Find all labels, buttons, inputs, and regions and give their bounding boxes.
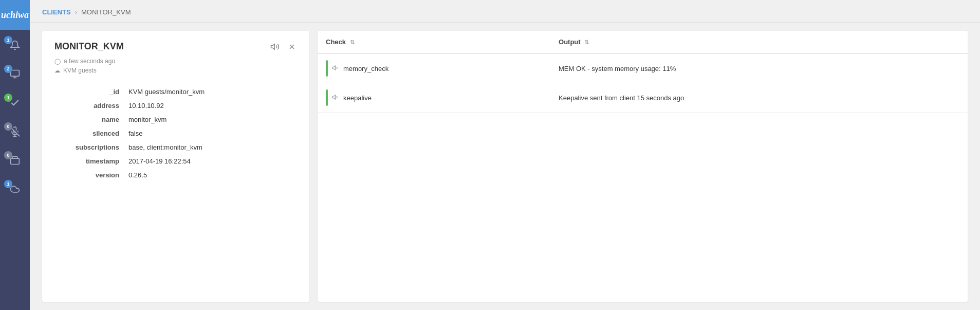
table-row: version 0.26.5 xyxy=(56,169,296,181)
datacenters-badge: 1 xyxy=(4,180,12,188)
sidebar-item-events[interactable]: 0 xyxy=(0,147,30,176)
breadcrumb-separator: › xyxy=(75,8,77,16)
field-label: address xyxy=(56,99,127,112)
check-output: MEM OK - system memory usage: 11% xyxy=(550,53,968,83)
topbar: CLIENTS › MONITOR_KVM xyxy=(30,0,980,23)
content-area: MONITOR_KVM xyxy=(30,23,980,310)
silenced-badge: 0 xyxy=(4,122,12,131)
field-value: 2017-04-19 16:22:54 xyxy=(128,155,296,168)
field-value: KVM guests/monitor_kvm xyxy=(128,85,296,98)
app-logo[interactable]: uchiwa xyxy=(0,0,30,30)
check-sound-icon xyxy=(332,94,339,102)
alerts-badge: 1 xyxy=(4,36,12,44)
table-row: timestamp 2017-04-19 16:22:54 xyxy=(56,155,296,168)
breadcrumb-current: MONITOR_KVM xyxy=(81,8,131,16)
field-value: 10.10.10.92 xyxy=(128,99,296,112)
check-sound-icon xyxy=(332,64,339,73)
close-button[interactable] xyxy=(287,42,297,54)
check-name: keepalive xyxy=(343,94,372,102)
checks-badge: 1 xyxy=(4,94,12,102)
field-label: silenced xyxy=(56,127,127,140)
field-value: monitor_kvm xyxy=(128,113,296,126)
check-name: memory_check xyxy=(343,65,389,72)
client-fields-table: _id KVM guests/monitor_kvm address 10.10… xyxy=(54,84,297,183)
field-label: timestamp xyxy=(56,155,127,168)
client-time: ◯ a few seconds ago xyxy=(54,58,297,65)
table-row: _id KVM guests/monitor_kvm xyxy=(56,85,296,98)
client-time-text: a few seconds ago xyxy=(64,58,115,65)
sound-button[interactable] xyxy=(269,41,281,54)
field-label: subscriptions xyxy=(56,141,127,154)
client-card: MONITOR_KVM xyxy=(42,31,309,302)
client-title: MONITOR_KVM xyxy=(54,41,124,52)
svg-marker-8 xyxy=(332,65,335,69)
field-value: base, client:monitor_kvm xyxy=(128,141,296,154)
svg-rect-4 xyxy=(11,158,20,164)
events-badge: 0 xyxy=(4,151,12,159)
sidebar-item-alerts[interactable]: 1 xyxy=(0,32,30,61)
sidebar-item-datacenters[interactable]: 1 xyxy=(0,176,30,205)
main-content: CLIENTS › MONITOR_KVM MONITOR_KVM xyxy=(30,0,980,310)
table-row: silenced false xyxy=(56,127,296,140)
table-row: name monitor_kvm xyxy=(56,113,296,126)
table-row: address 10.10.10.92 xyxy=(56,99,296,112)
status-indicator xyxy=(326,60,328,77)
svg-marker-9 xyxy=(332,95,335,99)
field-value: false xyxy=(128,127,296,140)
checks-table: Check ⇅ Output ⇅ xyxy=(318,31,968,113)
sidebar: uchiwa 1 2 1 0 xyxy=(0,0,30,310)
output-sort-icon: ⇅ xyxy=(584,39,589,45)
logo-text: uchiwa xyxy=(1,10,29,21)
clients-badge: 2 xyxy=(4,65,12,73)
check-cell: keepalive xyxy=(318,83,550,113)
field-label: name xyxy=(56,113,127,126)
checks-panel: Check ⇅ Output ⇅ xyxy=(318,31,968,302)
field-label: version xyxy=(56,169,127,181)
svg-rect-0 xyxy=(11,70,20,76)
col-output-header[interactable]: Output ⇅ xyxy=(550,31,968,53)
svg-marker-5 xyxy=(271,44,275,50)
col-check-header[interactable]: Check ⇅ xyxy=(318,31,550,53)
client-datacenter-text: KVM guests xyxy=(63,67,97,74)
field-value: 0.26.5 xyxy=(128,169,296,181)
client-meta: ◯ a few seconds ago ☁ KVM guests xyxy=(54,58,297,74)
client-card-actions xyxy=(269,41,297,54)
field-label: _id xyxy=(56,85,127,98)
client-card-header: MONITOR_KVM xyxy=(54,41,297,54)
client-datacenter: ☁ KVM guests xyxy=(54,67,297,74)
breadcrumb-parent[interactable]: CLIENTS xyxy=(42,8,71,16)
cloud-icon: ☁ xyxy=(54,67,60,74)
clock-icon: ◯ xyxy=(54,58,61,65)
table-row: subscriptions base, client:monitor_kvm xyxy=(56,141,296,154)
sidebar-item-checks[interactable]: 1 xyxy=(0,89,30,118)
check-output: Keepalive sent from client 15 seconds ag… xyxy=(550,83,968,113)
sidebar-item-clients[interactable]: 2 xyxy=(0,61,30,89)
status-indicator xyxy=(326,89,328,106)
check-cell: memory_check xyxy=(318,53,550,83)
check-sort-icon: ⇅ xyxy=(350,39,355,45)
sidebar-item-silenced[interactable]: 0 xyxy=(0,118,30,147)
list-item: keepalive Keepalive sent from client 15 … xyxy=(318,83,968,113)
list-item: memory_check MEM OK - system memory usag… xyxy=(318,53,968,83)
